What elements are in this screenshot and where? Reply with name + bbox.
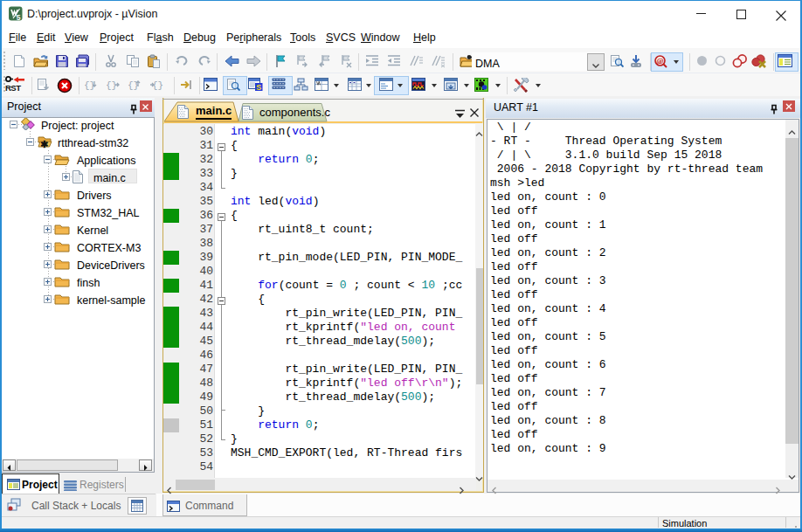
- svg-text:{}: {}: [106, 80, 117, 91]
- svg-text:@: @: [656, 57, 663, 66]
- svg-text:RST: RST: [5, 83, 21, 92]
- svg-text:5: 5: [17, 13, 21, 22]
- svg-text:✱: ✱: [40, 139, 48, 149]
- svg-text:S: S: [256, 83, 261, 92]
- svg-text:{}: {}: [152, 80, 163, 91]
